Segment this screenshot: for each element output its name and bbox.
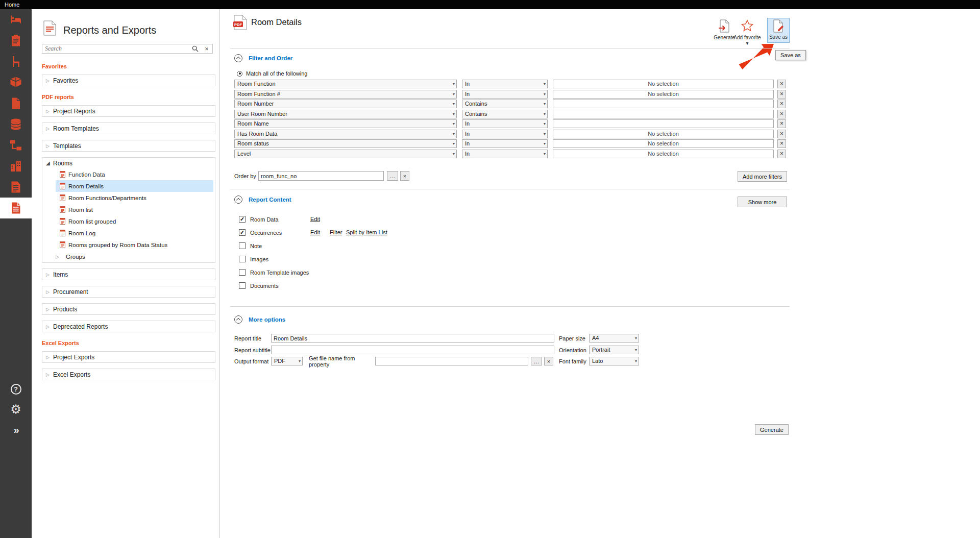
products-icon[interactable] — [0, 72, 32, 93]
clear-search-icon[interactable]: × — [201, 44, 212, 53]
sidebar-item-room-log[interactable]: Room Log — [56, 227, 213, 239]
sidebar-item-rooms[interactable]: ◢Rooms — [42, 158, 215, 168]
sidebar-item-excel-exports[interactable]: ▷Excel Exports — [42, 369, 215, 380]
items-icon[interactable] — [0, 51, 32, 72]
filter-operator-select[interactable]: In▾ — [462, 150, 548, 158]
filter-field-select[interactable]: Has Room Data▾ — [234, 130, 457, 138]
filter-operator-select[interactable]: In▾ — [462, 80, 548, 88]
add-favorite-button[interactable]: Add favorite ▾ — [733, 19, 761, 46]
filter-value-field[interactable] — [553, 110, 774, 118]
filter-operator-select[interactable]: Contains▾ — [462, 100, 548, 108]
filter-operator-select[interactable]: In▾ — [462, 130, 548, 138]
filter-field-select[interactable]: User Room Number▾ — [234, 110, 457, 118]
filter-operator-select[interactable]: In▾ — [462, 90, 548, 99]
split-by-item-list-link[interactable]: Split by Item List — [346, 229, 387, 235]
collapsed-arrow-icon[interactable]: ▷ — [56, 254, 63, 259]
collapsed-arrow-icon[interactable]: ▷ — [46, 289, 53, 295]
checkbox-unchecked[interactable] — [239, 269, 246, 276]
remove-filter-button[interactable]: × — [777, 130, 786, 138]
checkbox-unchecked[interactable] — [239, 282, 246, 289]
collapsed-arrow-icon[interactable]: ▷ — [46, 126, 53, 131]
sidebar-item-room-functions-departments[interactable]: Room Functions/Departments — [56, 192, 213, 204]
sidebar-item-items[interactable]: ▷Items — [42, 269, 215, 280]
checkbox-checked[interactable]: ✓ — [239, 229, 246, 236]
remove-filter-button[interactable]: × — [777, 80, 786, 88]
sidebar-item-rooms-grouped-by-room-data-status[interactable]: Rooms grouped by Room Data Status — [56, 239, 213, 251]
order-by-input[interactable] — [258, 171, 384, 181]
collapse-section-icon[interactable] — [234, 315, 242, 324]
filter-operator-select[interactable]: In▾ — [462, 119, 548, 128]
sidebar-item-procurement[interactable]: ▷Procurement — [42, 286, 215, 297]
filter-field-select[interactable]: Room Function #▾ — [234, 90, 457, 99]
save-as-button[interactable]: Save as — [767, 18, 790, 43]
sidebar-item-products[interactable]: ▷Products — [42, 304, 215, 314]
edit-link[interactable]: Edit — [310, 216, 320, 222]
filter-field-select[interactable]: Level▾ — [234, 150, 457, 158]
checkbox-unchecked[interactable] — [239, 242, 246, 249]
font-family-select[interactable]: Lato▾ — [589, 357, 639, 365]
add-more-filters-button[interactable]: Add more filters — [738, 171, 787, 182]
search-icon[interactable] — [189, 45, 201, 52]
collapsed-arrow-icon[interactable]: ▷ — [46, 143, 53, 149]
filter-value-field[interactable]: No selection — [553, 130, 774, 138]
room-data-icon[interactable] — [0, 30, 32, 51]
filter-value-field[interactable]: No selection — [553, 90, 774, 99]
file-name-browse-button[interactable]: … — [531, 357, 542, 365]
sidebar-item-project-exports[interactable]: ▷Project Exports — [42, 352, 215, 362]
collapsed-arrow-icon[interactable]: ▷ — [46, 78, 53, 83]
expand-rail-icon[interactable]: » — [0, 420, 32, 440]
sidebar-item-room-details[interactable]: Room Details — [56, 180, 213, 192]
sidebar-item-function-data[interactable]: Function Data — [56, 168, 213, 180]
sidebar-item-room-templates[interactable]: ▷Room Templates — [42, 123, 215, 134]
filter-field-select[interactable]: Room status▾ — [234, 139, 457, 148]
buildings-icon[interactable] — [0, 156, 32, 177]
expanded-arrow-icon[interactable]: ◢ — [46, 160, 53, 166]
order-by-clear-button[interactable]: × — [400, 171, 409, 181]
sidebar-item-room-list[interactable]: Room list — [56, 204, 213, 215]
paper-size-select[interactable]: A4▾ — [589, 334, 639, 343]
rooms-icon[interactable] — [0, 9, 32, 30]
file-name-clear-button[interactable]: × — [544, 357, 553, 365]
sidebar-item-room-list-grouped[interactable]: Room list grouped — [56, 215, 213, 227]
order-by-browse-button[interactable]: … — [387, 171, 398, 181]
collapse-section-icon[interactable] — [234, 54, 242, 62]
sidebar-item-favorites[interactable]: ▷Favorites — [42, 75, 215, 86]
collapsed-arrow-icon[interactable]: ▷ — [46, 355, 53, 360]
edit-link[interactable]: Edit — [310, 229, 320, 235]
collapsed-arrow-icon[interactable]: ▷ — [46, 307, 53, 312]
generate-button[interactable]: Generate — [755, 424, 789, 435]
remove-filter-button[interactable]: × — [777, 119, 786, 128]
help-icon[interactable]: ? — [0, 379, 32, 399]
collapsed-arrow-icon[interactable]: ▷ — [46, 272, 53, 277]
remove-filter-button[interactable]: × — [777, 90, 786, 99]
remove-filter-button[interactable]: × — [777, 139, 786, 148]
filter-field-select[interactable]: Room Number▾ — [234, 100, 457, 108]
database-icon[interactable] — [0, 114, 32, 135]
filter-value-field[interactable] — [553, 119, 774, 128]
collapsed-arrow-icon[interactable]: ▷ — [46, 372, 53, 377]
filter-operator-select[interactable]: In▾ — [462, 139, 548, 148]
checkbox-checked[interactable]: ✓ — [239, 216, 246, 223]
procurement-icon[interactable] — [0, 135, 32, 156]
remove-filter-button[interactable]: × — [777, 100, 786, 108]
filter-field-select[interactable]: Room Function▾ — [234, 80, 457, 88]
remove-filter-button[interactable]: × — [777, 150, 786, 158]
templates-icon[interactable] — [0, 177, 32, 198]
output-format-select[interactable]: PDF▾ — [271, 357, 303, 365]
documents-icon[interactable] — [0, 93, 32, 114]
orientation-select[interactable]: Portrait▾ — [589, 346, 639, 354]
report-subtitle-input[interactable] — [271, 346, 554, 354]
search-input[interactable] — [42, 45, 189, 53]
file-name-input[interactable] — [375, 357, 528, 365]
reports-icon[interactable] — [0, 198, 32, 218]
filter-value-field[interactable]: No selection — [553, 80, 774, 88]
sidebar-item-project-reports[interactable]: ▷Project Reports — [42, 106, 215, 116]
settings-gear-icon[interactable]: ⚙ — [0, 399, 32, 420]
sidebar-item-deprecated-reports[interactable]: ▷Deprecated Reports — [42, 321, 215, 332]
sidebar-item-templates[interactable]: ▷Templates — [42, 140, 215, 151]
sidebar-item-groups[interactable]: ▷Groups — [56, 251, 213, 262]
filter-operator-select[interactable]: Contains▾ — [462, 110, 548, 118]
filter-field-select[interactable]: Room Name▾ — [234, 119, 457, 128]
filter-link[interactable]: Filter — [330, 229, 342, 235]
checkbox-unchecked[interactable] — [239, 256, 246, 262]
